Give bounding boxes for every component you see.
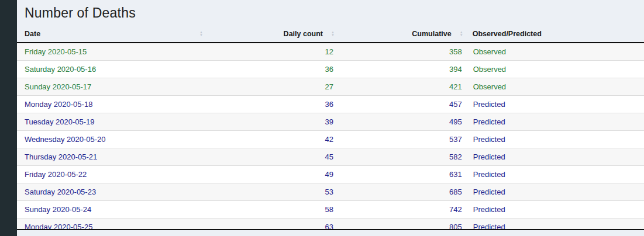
cell-cumulative: 457 (339, 96, 468, 113)
column-header-daily-count[interactable]: Daily count ▲▼ (208, 26, 339, 43)
cell-date: Friday 2020-05-15 (17, 43, 208, 61)
cell-observed-predicted: Predicted (468, 113, 644, 131)
sidebar (0, 0, 17, 236)
cell-observed-predicted: Observed (468, 43, 644, 61)
cell-daily-count: 49 (208, 166, 339, 183)
cell-observed-predicted: Predicted (468, 218, 644, 231)
cell-observed-predicted: Predicted (468, 148, 644, 166)
table-row[interactable]: Saturday 2020-05-23 53 685 Predicted (17, 183, 644, 201)
table-header-row: Date ▲▼ Daily count ▲▼ Cumulative ▲▼ Obs… (17, 26, 644, 43)
cell-daily-count: 36 (208, 96, 339, 113)
table-row[interactable]: Sunday 2020-05-17 27 421 Observed (17, 78, 644, 96)
table-row[interactable]: Monday 2020-05-25 63 805 Predicted (17, 218, 644, 231)
column-header-daily-count-label: Daily count (284, 30, 323, 38)
deaths-table-body: Friday 2020-05-15 12 358 Observed Saturd… (17, 43, 644, 230)
table-row[interactable]: Friday 2020-05-22 49 631 Predicted (17, 166, 644, 183)
column-header-observed-predicted: Observed/Predicted (468, 26, 644, 43)
cell-daily-count: 53 (208, 183, 339, 201)
deaths-table-header: Date ▲▼ Daily count ▲▼ Cumulative ▲▼ Obs… (17, 26, 644, 43)
cell-date: Saturday 2020-05-16 (17, 61, 208, 78)
cell-cumulative: 685 (339, 183, 468, 201)
sort-arrows-icon: ▲▼ (199, 31, 203, 37)
cell-date: Friday 2020-05-22 (17, 166, 208, 183)
column-header-date-label: Date (25, 30, 40, 38)
cell-cumulative: 358 (339, 43, 468, 61)
cell-daily-count: 27 (208, 78, 339, 96)
page-title: Number of Deaths (17, 0, 644, 26)
cell-cumulative: 537 (339, 131, 468, 148)
cell-cumulative: 805 (339, 218, 468, 231)
table-body-container: Friday 2020-05-15 12 358 Observed Saturd… (17, 43, 644, 230)
column-header-cumulative[interactable]: Cumulative ▲▼ (339, 26, 468, 43)
table-row[interactable]: Wednesday 2020-05-20 42 537 Predicted (17, 131, 644, 148)
table-row[interactable]: Saturday 2020-05-16 36 394 Observed (17, 61, 644, 78)
cell-date: Monday 2020-05-18 (17, 96, 208, 113)
cell-observed-predicted: Predicted (468, 166, 644, 183)
cell-date: Tuesday 2020-05-19 (17, 113, 208, 131)
cell-daily-count: 58 (208, 201, 339, 218)
cell-cumulative: 495 (339, 113, 468, 131)
cell-daily-count: 63 (208, 218, 339, 231)
table-row[interactable]: Thursday 2020-05-21 45 582 Predicted (17, 148, 644, 166)
main-content: Number of Deaths Date ▲▼ Daily count ▲▼ … (17, 0, 644, 230)
column-header-observed-predicted-label: Observed/Predicted (473, 30, 542, 38)
cell-cumulative: 421 (339, 78, 468, 96)
cell-cumulative: 631 (339, 166, 468, 183)
column-header-cumulative-label: Cumulative (412, 30, 451, 38)
cell-daily-count: 36 (208, 61, 339, 78)
table-body: Friday 2020-05-15 12 358 Observed Saturd… (17, 43, 644, 230)
cell-date: Sunday 2020-05-17 (17, 78, 208, 96)
cell-date: Monday 2020-05-25 (17, 218, 208, 231)
sort-arrows-icon: ▲▼ (460, 31, 463, 37)
cell-date: Sunday 2020-05-24 (17, 201, 208, 218)
cell-observed-predicted: Observed (468, 78, 644, 96)
cell-observed-predicted: Predicted (468, 201, 644, 218)
table-row[interactable]: Tuesday 2020-05-19 39 495 Predicted (17, 113, 644, 131)
cell-daily-count: 42 (208, 131, 339, 148)
table-row[interactable]: Sunday 2020-05-24 58 742 Predicted (17, 201, 644, 218)
column-header-date[interactable]: Date ▲▼ (17, 26, 208, 43)
cell-date: Saturday 2020-05-23 (17, 183, 208, 201)
cell-cumulative: 394 (339, 61, 468, 78)
table-row[interactable]: Monday 2020-05-18 36 457 Predicted (17, 96, 644, 113)
cell-daily-count: 39 (208, 113, 339, 131)
cell-cumulative: 742 (339, 201, 468, 218)
cell-daily-count: 45 (208, 148, 339, 166)
cell-observed-predicted: Predicted (468, 131, 644, 148)
cell-observed-predicted: Observed (468, 61, 644, 78)
cell-date: Thursday 2020-05-21 (17, 148, 208, 166)
sort-arrows-icon: ▲▼ (331, 31, 335, 37)
cell-daily-count: 12 (208, 43, 339, 61)
cell-observed-predicted: Predicted (468, 183, 644, 201)
table-row[interactable]: Friday 2020-05-15 12 358 Observed (17, 43, 644, 61)
cell-date: Wednesday 2020-05-20 (17, 131, 208, 148)
cell-cumulative: 582 (339, 148, 468, 166)
cell-observed-predicted: Predicted (468, 96, 644, 113)
